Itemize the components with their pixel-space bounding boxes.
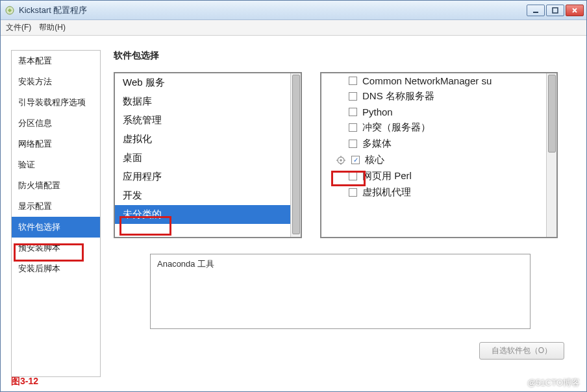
category-item[interactable]: Web 服务 — [115, 73, 301, 92]
app-icon — [5, 5, 15, 16]
svg-rect-1 — [533, 12, 538, 13]
svg-point-4 — [340, 159, 342, 162]
checkbox[interactable] — [349, 92, 357, 101]
package-item-core[interactable]: ✓ 核心 — [321, 152, 556, 168]
category-item[interactable]: 数据库 — [115, 92, 301, 111]
sidebar-item-packages[interactable]: 软件包选择 — [12, 217, 100, 238]
package-label: Python — [362, 106, 393, 117]
description-box: Anaconda 工具 — [150, 254, 531, 329]
sidebar-item-postscript[interactable]: 安装后脚本 — [12, 258, 100, 279]
package-item[interactable]: DNS 名称服务器 — [321, 88, 556, 104]
sidebar-item-bootloader[interactable]: 引导装载程序选项 — [12, 92, 100, 113]
figure-label: 图3-12 — [11, 376, 38, 387]
checkbox[interactable] — [349, 77, 357, 85]
checkbox[interactable] — [349, 108, 357, 116]
client-area: 基本配置 安装方法 引导装载程序选项 分区信息 网络配置 验证 防火墙配置 显示… — [1, 36, 586, 391]
gear-icon — [336, 155, 346, 165]
package-item[interactable]: 多媒体 — [321, 136, 556, 152]
package-item[interactable]: 网页用 Perl — [321, 168, 556, 184]
scrollbar[interactable] — [546, 73, 556, 237]
sidebar-item-basic[interactable]: 基本配置 — [12, 51, 100, 71]
package-item[interactable]: Common NetworkManager su — [321, 73, 556, 88]
package-label: 冲突（服务器） — [362, 121, 431, 134]
package-list[interactable]: Common NetworkManager su DNS 名称服务器 Pytho… — [320, 72, 558, 238]
close-button[interactable] — [566, 5, 584, 16]
category-item[interactable]: 系统管理 — [115, 111, 301, 130]
package-item[interactable]: 冲突（服务器） — [321, 119, 556, 136]
sidebar-item-auth[interactable]: 验证 — [12, 154, 100, 175]
minimize-button[interactable] — [527, 5, 545, 16]
watermark: @51CTO博客 — [527, 377, 580, 389]
package-label: 多媒体 — [362, 138, 392, 150]
checkbox[interactable] — [349, 172, 357, 180]
sidebar-item-firewall[interactable]: 防火墙配置 — [12, 175, 100, 196]
category-item[interactable]: 虚拟化 — [115, 130, 301, 149]
category-item[interactable]: 桌面 — [115, 149, 301, 167]
footer: 自选软件包（O） — [114, 342, 575, 360]
checkbox[interactable] — [349, 188, 357, 197]
package-label: 网页用 Perl — [362, 170, 412, 182]
sidebar: 基本配置 安装方法 引导装载程序选项 分区信息 网络配置 验证 防火墙配置 显示… — [11, 50, 101, 377]
sidebar-item-partition[interactable]: 分区信息 — [12, 113, 100, 134]
category-item-selected[interactable]: 未分类的 — [115, 205, 301, 224]
package-label: Common NetworkManager su — [362, 75, 492, 86]
sidebar-item-network[interactable]: 网络配置 — [12, 134, 100, 154]
menubar: 文件(F) 帮助(H) — [1, 20, 586, 36]
package-item[interactable]: Python — [321, 104, 556, 119]
titlebar[interactable]: Kickstart 配置程序 — [1, 1, 586, 20]
checkbox[interactable] — [349, 140, 357, 148]
optional-packages-button[interactable]: 自选软件包（O） — [479, 342, 564, 360]
scroll-thumb[interactable] — [292, 75, 300, 234]
sidebar-item-prescript[interactable]: 预安装脚本 — [12, 238, 100, 258]
package-label: 核心 — [365, 154, 384, 166]
sidebar-item-install[interactable]: 安装方法 — [12, 71, 100, 92]
menu-help[interactable]: 帮助(H) — [39, 22, 66, 33]
package-label: 虚拟机代理 — [362, 186, 411, 199]
svg-rect-2 — [553, 8, 558, 13]
page-heading: 软件包选择 — [114, 50, 575, 62]
window: Kickstart 配置程序 文件(F) 帮助(H) 基本配置 安装方法 引导装… — [0, 0, 587, 392]
scroll-thumb[interactable] — [548, 75, 556, 153]
window-controls — [527, 5, 584, 16]
category-item[interactable]: 应用程序 — [115, 167, 301, 186]
package-label: DNS 名称服务器 — [362, 90, 434, 103]
sidebar-item-display[interactable]: 显示配置 — [12, 196, 100, 217]
category-item[interactable]: 开发 — [115, 186, 301, 205]
checkbox-checked[interactable]: ✓ — [351, 156, 360, 164]
scrollbar[interactable] — [290, 73, 301, 237]
package-item[interactable]: 虚拟机代理 — [321, 184, 556, 201]
panes: Web 服务 数据库 系统管理 虚拟化 桌面 应用程序 开发 未分类的 — [114, 72, 575, 238]
menu-file[interactable]: 文件(F) — [6, 22, 31, 33]
checkbox[interactable] — [349, 123, 357, 132]
category-list[interactable]: Web 服务 数据库 系统管理 虚拟化 桌面 应用程序 开发 未分类的 — [114, 72, 302, 238]
maximize-button[interactable] — [546, 5, 564, 16]
window-title: Kickstart 配置程序 — [19, 5, 527, 16]
main-panel: 软件包选择 Web 服务 数据库 系统管理 虚拟化 桌面 应用程序 开发 未分类… — [101, 36, 586, 391]
